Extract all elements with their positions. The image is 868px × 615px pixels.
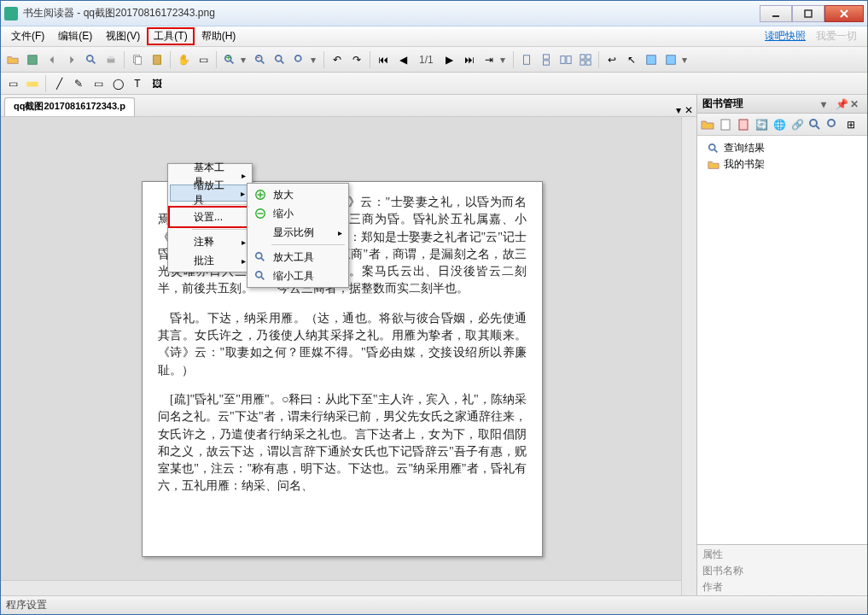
page-indicator: 1/1 <box>414 54 439 66</box>
goto-page-button[interactable]: ⇥ <box>481 51 498 68</box>
svg-rect-26 <box>580 54 585 58</box>
svg-rect-23 <box>543 60 549 64</box>
side-globe-button[interactable]: 🌐 <box>772 117 787 132</box>
side-link-button[interactable]: 🔗 <box>789 117 805 132</box>
minus-icon <box>253 208 267 220</box>
zoom-actual-button[interactable] <box>291 51 308 68</box>
document-tab[interactable]: qq截图20170816172343.p <box>4 97 135 116</box>
save-button[interactable] <box>24 51 41 68</box>
first-page-button[interactable]: ⏮ <box>375 51 392 68</box>
titlebar: 书生阅读器 - qq截图20170816172343.png <box>1 1 867 26</box>
tree-search-results[interactable]: 查询结果 <box>702 140 863 156</box>
menu-file[interactable]: 文件(F) <box>4 27 51 45</box>
quick-link[interactable]: 读吧快照 <box>765 29 806 44</box>
side-new-button[interactable] <box>718 117 733 132</box>
zoom-dropdown[interactable]: ▾ <box>311 54 319 66</box>
tab-dropdown[interactable]: ▾ <box>676 104 681 116</box>
side-delete-button[interactable] <box>736 117 751 132</box>
side-open-button[interactable] <box>700 117 715 132</box>
menu-edit[interactable]: 编辑(E) <box>51 27 99 45</box>
menu-settings[interactable]: 设置... <box>170 208 250 226</box>
facing-button[interactable] <box>557 51 574 68</box>
maximize-button[interactable] <box>792 5 824 22</box>
sidebar-dropdown[interactable]: ▾ <box>821 98 833 110</box>
menu-annotate[interactable]: 注释▸ <box>170 232 250 251</box>
anno-ellipse-button[interactable]: ◯ <box>109 75 126 92</box>
side-expand-button[interactable]: ⊞ <box>843 117 859 132</box>
zoom-out-button[interactable]: - <box>252 51 269 68</box>
sidebar-title-bar: 图书管理 ▾ 📌 ✕ <box>697 95 867 114</box>
side-zoom-button[interactable] <box>825 117 841 132</box>
menu-zoom-tools[interactable]: 缩放工具▸ <box>170 184 250 202</box>
menu-help[interactable]: 帮助(H) <box>195 27 243 45</box>
sidebar-pin[interactable]: 📌 <box>836 98 848 110</box>
vertical-scrollbar[interactable] <box>681 117 696 595</box>
submenu-show-ratio[interactable]: 显示比例▸ <box>249 223 347 242</box>
svg-point-18 <box>276 55 282 61</box>
document-viewport[interactable]: [疏]《士昏礼》第二。○郑《目录》云："士娶妻之礼，以昏为而名焉。必以昏者，阳往… <box>1 117 696 595</box>
next-file-button[interactable] <box>63 51 80 68</box>
tree-node-label: 查询结果 <box>724 141 765 155</box>
select-tool-button[interactable]: ▭ <box>195 51 212 68</box>
prev-page-button[interactable]: ◀ <box>394 51 411 68</box>
single-page-button[interactable] <box>518 51 535 68</box>
page-paragraph-2: 昏礼。下达，纳采用雁。（达，通也。将欲与彼合昏姻，必先使通其言。女氏许之，乃後使… <box>158 310 527 379</box>
last-page-button[interactable]: ⏭ <box>461 51 478 68</box>
side-refresh-button[interactable]: 🔄 <box>754 117 769 132</box>
anno-highlight-button[interactable] <box>24 75 41 92</box>
tab-close[interactable]: ✕ <box>684 104 693 116</box>
svg-rect-29 <box>586 60 591 64</box>
sidebar-close[interactable]: ✕ <box>850 98 862 110</box>
undo-button[interactable]: ↩ <box>603 51 620 68</box>
svg-rect-24 <box>561 56 565 63</box>
anno-pencil-button[interactable]: ✎ <box>70 75 87 92</box>
menu-markup[interactable]: 批注▸ <box>170 251 250 270</box>
zoom-in-dropdown[interactable]: ▾ <box>241 54 249 66</box>
rotate-left-button[interactable]: ↶ <box>329 51 346 68</box>
sidebar: 图书管理 ▾ 📌 ✕ 🔄 🌐 🔗 ⊞ 查询结果 我的书架 <box>696 95 867 595</box>
anno-text-button[interactable]: T <box>129 75 146 92</box>
copy-button[interactable] <box>129 51 146 68</box>
svg-line-16 <box>261 60 265 63</box>
search-button[interactable] <box>83 51 100 68</box>
anno-select-button[interactable]: ▭ <box>4 75 21 92</box>
side-search-button[interactable] <box>807 117 823 132</box>
minimize-button[interactable] <box>760 5 792 22</box>
submenu-zoom-out[interactable]: 缩小 <box>249 204 347 223</box>
continuous-button[interactable] <box>538 51 555 68</box>
menu-tools[interactable]: 工具(T) <box>147 27 194 45</box>
svg-point-46 <box>828 120 835 126</box>
close-button[interactable] <box>824 5 864 22</box>
svg-rect-10 <box>135 56 141 64</box>
prev-file-button[interactable] <box>44 51 61 68</box>
print-button[interactable] <box>102 51 119 68</box>
horizontal-scrollbar[interactable] <box>1 580 681 595</box>
rotate-right-button[interactable]: ↷ <box>348 51 365 68</box>
pointer-button[interactable]: ↖ <box>623 51 640 68</box>
zoom-fit-button[interactable] <box>271 51 288 68</box>
bookmark-button[interactable] <box>662 51 679 68</box>
anno-rect-button[interactable]: ▭ <box>90 75 107 92</box>
menu-view[interactable]: 视图(V) <box>99 27 147 45</box>
tree-my-shelf[interactable]: 我的书架 <box>702 156 863 173</box>
submenu-zoom-out-tool[interactable]: 缩小工具 <box>249 266 347 285</box>
svg-rect-28 <box>580 60 585 64</box>
annotation-button[interactable] <box>643 51 660 68</box>
anno-line-button[interactable]: ╱ <box>50 75 67 92</box>
props-book-name: 图书名称 <box>702 563 862 579</box>
paste-button[interactable] <box>149 51 166 68</box>
submenu-zoom-in-tool[interactable]: 放大工具 <box>249 248 347 266</box>
submenu-zoom-in[interactable]: 放大 <box>249 185 347 204</box>
page-dropdown[interactable]: ▾ <box>500 54 509 66</box>
hand-tool-button[interactable]: ✋ <box>175 51 192 68</box>
svg-rect-25 <box>567 56 571 63</box>
facing-cont-button[interactable] <box>577 51 594 68</box>
next-page-button[interactable]: ▶ <box>441 51 458 68</box>
open-button[interactable] <box>4 51 21 68</box>
zoom-in-button[interactable]: + <box>221 51 238 68</box>
window-title: 书生阅读器 - qq截图20170816172343.png <box>23 6 760 20</box>
more-dropdown[interactable]: ▾ <box>682 54 690 66</box>
svg-rect-32 <box>26 81 38 86</box>
svg-point-20 <box>295 55 301 61</box>
anno-image-button[interactable]: 🖼 <box>149 75 166 92</box>
